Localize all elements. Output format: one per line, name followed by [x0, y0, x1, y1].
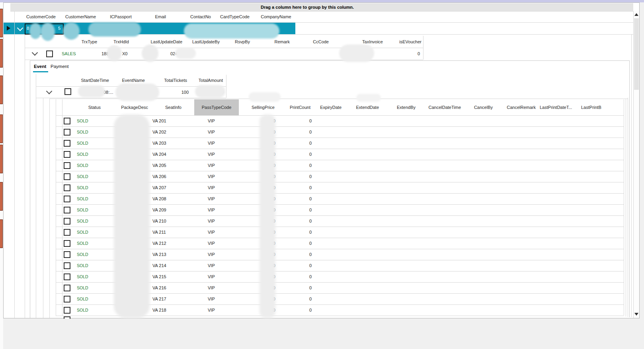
column-header-canceldatetime[interactable]: CancelDateTime	[419, 99, 464, 115]
ticket-printcount-cell[interactable]: 0	[279, 241, 312, 246]
ticket-printcount-cell[interactable]: 0	[279, 230, 312, 235]
ticket-seatinfo-cell[interactable]: VA 213	[152, 252, 166, 257]
column-header-status[interactable]: Status	[74, 99, 104, 115]
ticket-printcount-cell[interactable]: 0	[279, 285, 312, 290]
column-header-packagedesc[interactable]: PackageDesc	[104, 99, 150, 115]
ticket-seatinfo-cell[interactable]: VA 217	[152, 297, 166, 301]
row-checkbox[interactable]	[64, 184, 70, 191]
ticket-seatinfo-cell[interactable]: VA 206	[152, 174, 166, 179]
ticket-status-cell[interactable]: SOLD	[77, 308, 88, 312]
ticket-passtypecode-cell[interactable]: VIP	[208, 219, 215, 223]
ticket-passtypecode-cell[interactable]: VIP	[208, 308, 215, 312]
ticket-seatinfo-cell[interactable]: VA 201	[152, 118, 166, 123]
ticket-passtypecode-cell[interactable]: VIP	[208, 230, 215, 235]
tab-payment[interactable]: Payment	[51, 64, 68, 69]
ticket-passtypecode-cell[interactable]: VIP	[208, 207, 215, 212]
ticket-status-cell[interactable]: SOLD	[77, 118, 88, 123]
row-checkbox[interactable]	[64, 196, 70, 202]
ticket-seatinfo-cell[interactable]: VA 208	[152, 196, 166, 201]
ticket-status-cell[interactable]: SOLD	[77, 163, 88, 168]
ticket-status-cell[interactable]: SOLD	[77, 185, 88, 190]
ticket-status-cell[interactable]: SOLD	[77, 130, 88, 134]
column-header-email[interactable]: Email	[137, 11, 168, 22]
column-header-extenddate[interactable]: ExtendDate	[345, 99, 382, 115]
column-header-cancelby[interactable]: CancelBy	[464, 99, 496, 115]
ticket-status-cell[interactable]: SOLD	[77, 263, 88, 268]
ticket-seatinfo-cell[interactable]: VA 210	[152, 219, 166, 223]
ticket-printcount-cell[interactable]: 0	[279, 130, 312, 134]
column-header-startdatetime[interactable]: StartDateTime	[71, 75, 112, 86]
column-header-contactno[interactable]: ContactNo	[168, 11, 213, 22]
ticket-seatinfo-cell[interactable]: VA 205	[152, 163, 166, 168]
row-checkbox[interactable]	[64, 296, 70, 302]
column-header-sellingprice[interactable]: SellingPrice	[239, 99, 279, 115]
scroll-down-icon[interactable]	[634, 313, 638, 316]
row-checkbox[interactable]	[64, 118, 70, 124]
ticket-status-cell[interactable]: SOLD	[77, 297, 88, 301]
ticket-passtypecode-cell[interactable]: VIP	[208, 185, 215, 190]
row-checkbox[interactable]	[64, 162, 70, 169]
row-checkbox[interactable]	[46, 50, 53, 57]
ticket-status-cell[interactable]: SOLD	[77, 230, 88, 235]
row-checkbox[interactable]	[64, 251, 70, 258]
row-checkbox[interactable]	[64, 140, 70, 147]
ticket-status-cell[interactable]: SOLD	[77, 207, 88, 212]
column-header-passtypecode[interactable]: PassTypeCode	[194, 99, 239, 115]
ticket-status-cell[interactable]: SOLD	[77, 141, 88, 145]
column-header-customername[interactable]: CustomerName	[64, 11, 104, 22]
ticket-printcount-cell[interactable]: 0	[279, 141, 312, 145]
ticket-printcount-cell[interactable]: 0	[279, 152, 312, 157]
ticket-passtypecode-cell[interactable]: VIP	[208, 141, 215, 145]
ticket-passtypecode-cell[interactable]: VIP	[208, 274, 215, 279]
row-checkbox[interactable]	[64, 129, 70, 136]
row-checkbox[interactable]	[64, 88, 71, 95]
column-header-cardtypecode[interactable]: CardTypeCode	[213, 11, 257, 22]
ticket-passtypecode-cell[interactable]: VIP	[208, 297, 215, 301]
row-checkbox[interactable]	[64, 173, 70, 180]
ticket-passtypecode-cell[interactable]: VIP	[208, 285, 215, 290]
column-header-seatinfo[interactable]: SeatInfo	[150, 99, 194, 115]
ticket-printcount-cell[interactable]: 0	[279, 297, 312, 301]
column-header-icpassport[interactable]: ICPassport	[104, 11, 137, 22]
trx-hdid-cell[interactable]: X0	[122, 51, 127, 56]
ticket-printcount-cell[interactable]: 0	[279, 174, 312, 179]
row-checkbox[interactable]	[64, 218, 70, 225]
ticket-passtypecode-cell[interactable]: VIP	[208, 241, 215, 246]
ticket-passtypecode-cell[interactable]: VIP	[208, 130, 215, 134]
column-header-lastprintdatet[interactable]: LastPrintDateT...	[538, 99, 580, 115]
row-checkbox[interactable]	[64, 240, 70, 247]
ticket-seatinfo-cell[interactable]: VA 216	[152, 285, 166, 290]
ticket-seatinfo-cell[interactable]: VA 211	[152, 230, 166, 235]
ticket-passtypecode-cell[interactable]: VIP	[208, 252, 215, 257]
column-header-extendby[interactable]: ExtendBy	[382, 99, 419, 115]
row-checkbox[interactable]	[64, 307, 70, 314]
column-header-cancelremark[interactable]: CancelRemark	[496, 99, 538, 115]
column-header-totalamount[interactable]: TotalAmount	[190, 75, 226, 86]
ticket-seatinfo-cell[interactable]: VA 215	[152, 274, 166, 279]
column-header-lastupdatedate[interactable]: LastUpdateDate	[131, 36, 184, 48]
ticket-printcount-cell[interactable]: 0	[279, 263, 312, 268]
ticket-seatinfo-cell[interactable]: VA 214	[152, 263, 166, 268]
ticket-status-cell[interactable]: SOLD	[77, 241, 88, 246]
ticket-passtypecode-cell[interactable]: VIP	[208, 152, 215, 157]
ticket-printcount-cell[interactable]: 0	[279, 118, 312, 123]
vertical-scrollbar-thumb[interactable]	[634, 18, 639, 90]
ticket-passtypecode-cell[interactable]: VIP	[208, 163, 215, 168]
ticket-printcount-cell[interactable]: 0	[279, 274, 312, 279]
ticket-passtypecode-cell[interactable]: VIP	[208, 118, 215, 123]
ticket-seatinfo-cell[interactable]: VA 203	[152, 141, 166, 145]
tab-event[interactable]: Event	[34, 64, 46, 69]
ticket-passtypecode-cell[interactable]: VIP	[208, 263, 215, 268]
ticket-printcount-cell[interactable]: 0	[279, 207, 312, 212]
trx-type-cell[interactable]: SALES	[62, 51, 76, 56]
row-checkbox[interactable]	[64, 151, 70, 158]
column-header-customercode[interactable]: CustomerCode	[25, 11, 64, 22]
ticket-seatinfo-cell[interactable]: VA 212	[152, 241, 166, 246]
ticket-status-cell[interactable]: SOLD	[77, 174, 88, 179]
ticket-printcount-cell[interactable]: 0	[279, 196, 312, 201]
column-header-trxtype[interactable]: TrxType	[56, 36, 100, 48]
column-header-companyname[interactable]: CompanyName	[257, 11, 295, 22]
ticket-printcount-cell[interactable]: 0	[279, 163, 312, 168]
is-evoucher-cell[interactable]: 0	[385, 51, 420, 56]
ticket-printcount-cell[interactable]: 0	[279, 308, 312, 312]
